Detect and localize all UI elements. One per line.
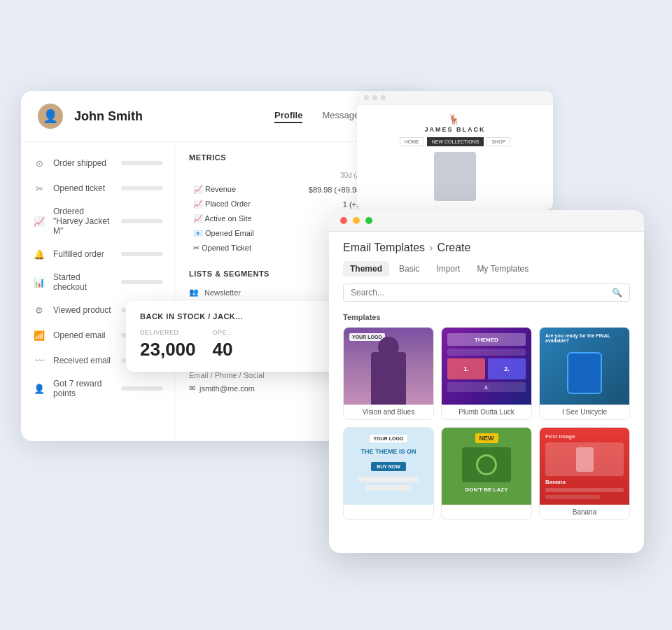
list-item: 👤 Got 7 reward points (21, 373, 174, 404)
metric-icon: 📈 (193, 214, 203, 223)
order-shipped-icon: ⊙ (32, 156, 46, 170)
template-label-3: I See Unicycle (540, 405, 629, 419)
avatar: 👤 (38, 104, 63, 129)
template-label-2: Plumb Outta Luck (442, 405, 531, 419)
template-label-1: Vision and Blues (344, 405, 433, 419)
breadcrumb: Email Templates › Create (329, 232, 644, 254)
front-panel-header (329, 210, 644, 232)
template-thumb-6: First Image Banana (540, 428, 629, 505)
window-dot (364, 95, 369, 100)
metric-name: 📈 Placed Order (189, 197, 282, 211)
activity-bar (121, 161, 163, 165)
template-tabs: Themed Basic Import My Templates (329, 254, 644, 284)
delivered-value: 23,000 (140, 339, 196, 360)
tab-my-templates[interactable]: My Templates (470, 261, 536, 276)
activity-bar (121, 386, 163, 391)
front-panel: Email Templates › Create Themed Basic Im… (329, 210, 644, 553)
template-card-1[interactable]: YOUR LOGO Vision and Blues (343, 327, 434, 420)
logo-box-2: YOUR LOGO (370, 435, 408, 442)
logo-box: YOUR LOGO (349, 333, 385, 341)
metric-name: 📧 Opened Email (189, 226, 282, 241)
window-dot-yellow (353, 217, 360, 224)
list-icon: 👥 (189, 288, 199, 297)
email-opened-icon: 📶 (32, 328, 46, 342)
activity-bar (121, 280, 163, 284)
activity-label: Ordered "Harvey Jacket M" (53, 206, 114, 236)
breadcrumb-current: Create (437, 241, 470, 254)
tab-import[interactable]: Import (429, 261, 467, 276)
antler-icon: 🦌 (448, 113, 461, 125)
list-item: 🔔 Fulfilled order (21, 241, 174, 267)
brand-name: JAMES BLACK (424, 126, 485, 133)
catalog-header-bar (357, 91, 553, 105)
window-dot (372, 95, 377, 100)
profile-name: John Smith (74, 109, 263, 124)
template-thumb-3: Are you ready for the FINAL available? (540, 328, 629, 405)
left-sidebar: ⊙ Order shipped ✂ Opened ticket 📈 Ordere… (21, 142, 175, 441)
activity-label: Received email (53, 356, 114, 365)
catalog-product-image (434, 152, 476, 201)
list-label: Newsletter (204, 288, 241, 297)
template-card-4[interactable]: YOUR LOGO THE THEME IS ON BUY NOW (343, 427, 434, 520)
order-icon: 📈 (32, 214, 46, 228)
window-dot (381, 95, 386, 100)
search-icon: 🔍 (612, 288, 622, 298)
template-thumb-2: THEMED 1. 2. 3. (442, 328, 531, 405)
search-bar[interactable]: 🔍 (343, 284, 630, 302)
metric-icon: 📧 (193, 229, 203, 237)
popup-title: BACK IN STOCK / JACK... (140, 312, 336, 321)
activity-bar (121, 252, 163, 256)
metric-icon: 📈 (193, 200, 203, 208)
template-card-3[interactable]: Are you ready for the FINAL available? I… (539, 327, 630, 420)
nav-item-collections[interactable]: NEW COLLECTIONS (427, 137, 484, 146)
catalog-nav: HOME NEW COLLECTIONS SHOP (400, 137, 511, 146)
nav-item-shop[interactable]: SHOP (486, 137, 510, 146)
checkout-icon: 📊 (32, 275, 46, 289)
email-icon: ✉ (189, 384, 195, 393)
col-30d: 30d (A) (282, 169, 367, 182)
templates-grid: YOUR LOGO Vision and Blues THEMED 1. (329, 327, 644, 531)
metric-name: ✂ Opened Ticket (189, 241, 282, 255)
list-item: 📊 Started checkout (21, 267, 174, 298)
metric-name: 📈 Active on Site (189, 211, 282, 226)
tab-profile[interactable]: Profile (274, 110, 302, 123)
col-label (189, 169, 282, 182)
template-label-6: Banana (540, 505, 629, 519)
opened-label: OPE... (213, 329, 234, 336)
template-thumb-5: NEW DON'T BE LAZY (442, 428, 531, 505)
search-input[interactable] (351, 288, 608, 298)
activity-bar (121, 186, 163, 190)
opened-value: 40 (213, 339, 234, 360)
list-item: 📈 Ordered "Harvey Jacket M" (21, 201, 174, 241)
template-label-5 (442, 505, 531, 512)
template-card-5[interactable]: NEW DON'T BE LAZY (441, 427, 532, 520)
templates-section-label: Templates (329, 310, 644, 327)
catalog-thumbnail: 🦌 JAMES BLACK HOME NEW COLLECTIONS SHOP (357, 91, 553, 210)
metric-icon: 📈 (193, 185, 203, 193)
viewed-product-icon: ⚙ (32, 303, 46, 317)
activity-label: Started checkout (53, 272, 114, 292)
fulfilled-icon: 🔔 (32, 247, 46, 261)
activity-label: Opened email (53, 330, 114, 340)
metric-icon: ✂ (193, 244, 200, 252)
breadcrumb-parent: Email Templates (343, 241, 425, 254)
window-dot-red (340, 217, 347, 224)
template-card-6[interactable]: First Image Banana Banana (539, 427, 630, 520)
template-label-4 (344, 505, 433, 512)
delivered-label: DELIVERED (140, 329, 196, 336)
popup-card: BACK IN STOCK / JACK... DELIVERED 23,000… (126, 301, 350, 372)
popup-stats: DELIVERED 23,000 OPE... 40 (140, 329, 336, 360)
activity-label: Opened ticket (53, 183, 114, 193)
nav-item-home[interactable]: HOME (400, 137, 424, 146)
tab-themed[interactable]: Themed (343, 261, 389, 276)
tab-basic[interactable]: Basic (392, 261, 426, 276)
opened-stat: OPE... 40 (213, 329, 234, 360)
ticket-icon: ✂ (32, 181, 46, 195)
template-card-2[interactable]: THEMED 1. 2. 3. Plumb Outta Luck (441, 327, 532, 420)
email-value: jsmith@me.com (200, 384, 255, 393)
metric-30d: 1 (+1) (282, 197, 367, 211)
email-received-icon: 〰 (32, 354, 46, 368)
breadcrumb-separator: › (429, 241, 433, 254)
reward-icon: 👤 (32, 382, 46, 396)
template-thumb-4: YOUR LOGO THE THEME IS ON BUY NOW (344, 428, 433, 505)
